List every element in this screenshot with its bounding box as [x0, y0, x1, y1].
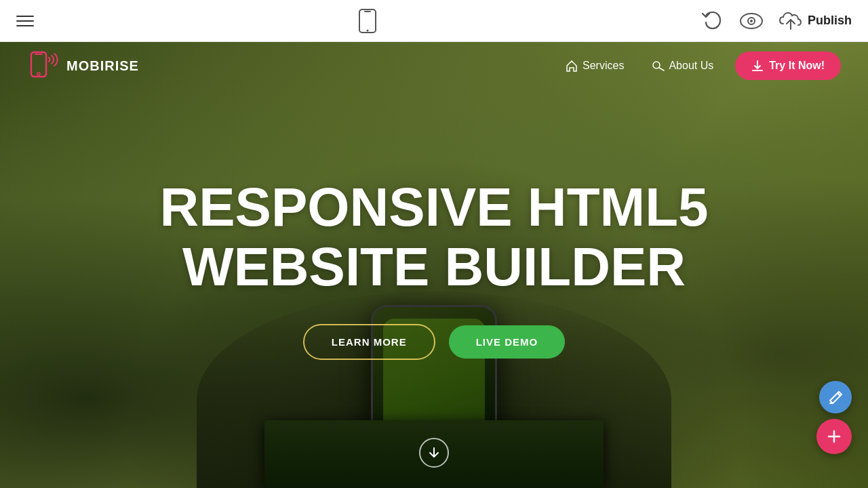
editor-bar-right: Publish	[702, 12, 852, 30]
download-icon	[751, 60, 764, 72]
scroll-down-button[interactable]	[419, 438, 449, 468]
hero-buttons: LEARN MORE LIVE DEMO	[129, 324, 739, 360]
site-wrapper: MOBIRISE Services About Us	[0, 42, 868, 488]
home-icon	[565, 59, 578, 73]
try-now-button[interactable]: Try It Now!	[735, 52, 841, 80]
services-label: Services	[583, 60, 624, 72]
editor-bar: Publish	[0, 0, 868, 42]
svg-line-11	[659, 68, 664, 70]
arrow-down-icon	[428, 447, 440, 459]
key-icon	[651, 59, 665, 73]
try-now-label: Try It Now!	[769, 60, 825, 72]
site-logo: MOBIRISE	[27, 49, 139, 82]
svg-point-5	[750, 20, 753, 22]
editor-bar-center	[357, 7, 378, 35]
svg-rect-0	[359, 9, 376, 33]
hero-title-line2: WEBSITE BUILDER	[182, 237, 686, 297]
logo-icon	[27, 49, 60, 82]
plus-icon	[826, 428, 842, 445]
publish-button[interactable]: Publish	[779, 12, 852, 30]
logo-text: MOBIRISE	[66, 58, 139, 74]
hamburger-menu-button[interactable]	[16, 16, 34, 26]
preview-button[interactable]	[740, 13, 763, 29]
fab-add-button[interactable]	[816, 419, 852, 454]
about-label: About Us	[669, 60, 713, 72]
learn-more-button[interactable]: LEARN MORE	[303, 324, 435, 360]
svg-point-1	[367, 29, 369, 31]
hero-title: RESPONSIVE HTML5 WEBSITE BUILDER	[129, 178, 739, 297]
hero-content: RESPONSIVE HTML5 WEBSITE BUILDER LEARN M…	[129, 178, 739, 360]
hero-title-line1: RESPONSIVE HTML5	[159, 177, 708, 237]
mobile-preview-icon[interactable]	[357, 7, 378, 35]
undo-button[interactable]	[702, 12, 724, 30]
editor-bar-left	[16, 16, 34, 26]
publish-label: Publish	[808, 14, 852, 28]
nav-about[interactable]: About Us	[640, 54, 724, 78]
site-navigation: MOBIRISE Services About Us	[0, 42, 868, 89]
pencil-icon	[828, 390, 843, 405]
live-demo-button[interactable]: LIVE DEMO	[449, 325, 566, 359]
nav-services[interactable]: Services	[554, 54, 635, 78]
site-nav-links: Services About Us Try It Now!	[554, 52, 841, 80]
fab-edit-button[interactable]	[819, 381, 852, 413]
svg-point-9	[37, 73, 40, 75]
